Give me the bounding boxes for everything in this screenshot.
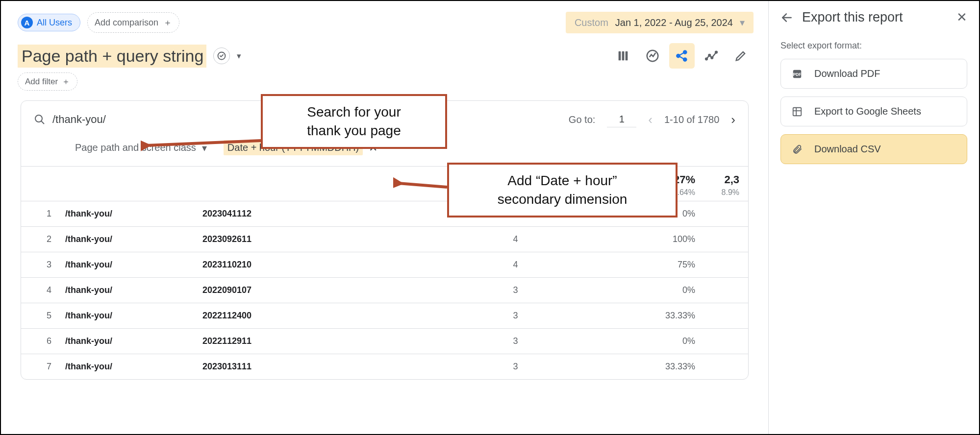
row-metric-2: 0% [527, 285, 704, 295]
close-icon[interactable]: ✕ [956, 10, 967, 25]
row-index: 1 [21, 209, 65, 219]
row-date: 2023092611 [202, 234, 350, 244]
row-index: 7 [21, 362, 65, 372]
audience-avatar: A [21, 17, 33, 28]
svg-rect-1 [619, 51, 621, 61]
attachment-icon [792, 144, 804, 155]
back-icon[interactable] [780, 11, 793, 24]
svg-text:PDF: PDF [793, 72, 802, 76]
trend-icon[interactable] [699, 43, 724, 69]
add-comparison-label: Add comparison [95, 18, 158, 28]
table-row[interactable]: 2/thank-you/20230926114100% [21, 226, 748, 252]
row-metric-1: 4 [350, 260, 527, 270]
verified-icon[interactable] [213, 48, 230, 64]
goto-input[interactable] [607, 112, 636, 127]
share-icon[interactable] [669, 43, 695, 69]
chevron-down-icon: ▾ [740, 17, 745, 28]
row-date: 2023110210 [202, 260, 350, 270]
svg-point-10 [705, 58, 707, 60]
report-toolbar [610, 43, 754, 69]
row-path: /thank-you/ [65, 336, 202, 346]
svg-line-15 [41, 121, 44, 124]
search-value: /thank-you/ [52, 113, 106, 126]
analytics-report-screen: A All Users Add comparison ＋ Custom Jan … [0, 0, 980, 435]
total-cell: 2,3 8.9% [704, 171, 748, 197]
plus-icon: ＋ [62, 76, 70, 87]
export-panel-subtitle: Select export format: [780, 41, 967, 51]
export-option-sheets[interactable]: Export to Google Sheets [780, 97, 967, 126]
add-comparison-button[interactable]: Add comparison ＋ [87, 12, 179, 33]
plus-icon: ＋ [163, 17, 172, 28]
report-title: Page path + query string [18, 45, 206, 68]
add-filter-button[interactable]: Add filter ＋ [18, 72, 77, 91]
pagination: Go to: ‹ 1-10 of 1780 › [569, 112, 735, 127]
top-row: A All Users Add comparison ＋ Custom Jan … [1, 1, 768, 37]
chevron-down-icon[interactable]: ▾ [237, 51, 241, 61]
table-row[interactable]: 6/thank-you/202211291130% [21, 328, 748, 354]
date-range-value: Jan 1, 2022 - Aug 25, 2024 [615, 17, 733, 28]
pdf-icon: PDF [792, 69, 804, 79]
chevron-down-icon: ▾ [202, 142, 207, 154]
svg-line-8 [679, 53, 684, 55]
row-metric-2: 33.33% [527, 311, 704, 321]
export-option-label: Download CSV [814, 144, 881, 155]
annotation-search: Search for your thank you page [261, 94, 447, 149]
svg-line-9 [679, 56, 684, 59]
export-panel-title: Export this report [802, 10, 948, 25]
search-icon [34, 114, 46, 125]
audience-label: All Users [37, 18, 72, 28]
export-option-label: Download PDF [814, 68, 880, 79]
total-subtext: 8.9% [713, 188, 739, 197]
insights-icon[interactable] [640, 43, 665, 69]
table-body: 1/thank-you/202304111240%2/thank-you/202… [21, 201, 748, 379]
row-date: 2023013111 [202, 362, 350, 372]
row-path: /thank-you/ [65, 311, 202, 321]
row-metric-1: 3 [350, 362, 527, 372]
row-metric-1: 3 [350, 311, 527, 321]
export-panel-header: Export this report ✕ [780, 10, 967, 25]
customize-columns-icon[interactable] [610, 43, 636, 69]
svg-point-12 [711, 57, 713, 59]
row-path: /thank-you/ [65, 260, 202, 270]
table-row[interactable]: 5/thank-you/2022112400333.33% [21, 303, 748, 328]
row-metric-1: 3 [350, 336, 527, 346]
primary-dimension-label: Page path and screen class [75, 142, 196, 153]
audience-chip[interactable]: A All Users [18, 14, 80, 31]
goto-label: Go to: [569, 114, 595, 125]
page-prev-icon[interactable]: ‹ [648, 112, 653, 127]
title-row: Page path + query string ▾ [1, 37, 768, 69]
row-path: /thank-you/ [65, 285, 202, 295]
export-option-label: Export to Google Sheets [814, 106, 921, 117]
row-metric-1: 3 [350, 285, 527, 295]
sheets-icon [792, 106, 804, 117]
row-date: 2022112400 [202, 311, 350, 321]
svg-point-11 [708, 54, 710, 56]
table-row[interactable]: 4/thank-you/202209010730% [21, 277, 748, 303]
row-path: /thank-you/ [65, 362, 202, 372]
row-date: 2022090107 [202, 285, 350, 295]
primary-dimension-dropdown[interactable]: Page path and screen class ▾ [75, 142, 207, 154]
edit-icon[interactable] [728, 43, 754, 69]
svg-rect-19 [793, 107, 802, 116]
annotation-text: Search for your thank you page [307, 104, 401, 138]
export-option-csv[interactable]: Download CSV [780, 134, 967, 164]
row-path: /thank-you/ [65, 234, 202, 244]
annotation-dimension: Add “Date + hour” secondary dimension [447, 163, 678, 218]
table-row[interactable]: 3/thank-you/2023110210475% [21, 252, 748, 277]
export-option-pdf[interactable]: PDF Download PDF [780, 59, 967, 89]
row-metric-2: 33.33% [527, 362, 704, 372]
date-range-picker[interactable]: Custom Jan 1, 2022 - Aug 25, 2024 ▾ [566, 12, 754, 33]
row-index: 4 [21, 285, 65, 295]
row-index: 6 [21, 336, 65, 346]
row-index: 5 [21, 311, 65, 321]
row-metric-2: 100% [527, 234, 704, 244]
date-range-type: Custom [575, 17, 608, 28]
table-row[interactable]: 7/thank-you/2023013111333.33% [21, 354, 748, 379]
svg-rect-3 [626, 51, 628, 61]
page-next-icon[interactable]: › [731, 112, 735, 127]
row-metric-1: 4 [350, 234, 527, 244]
row-index: 2 [21, 234, 65, 244]
svg-point-13 [715, 51, 717, 53]
row-path: /thank-you/ [65, 209, 202, 219]
svg-point-14 [35, 115, 42, 122]
